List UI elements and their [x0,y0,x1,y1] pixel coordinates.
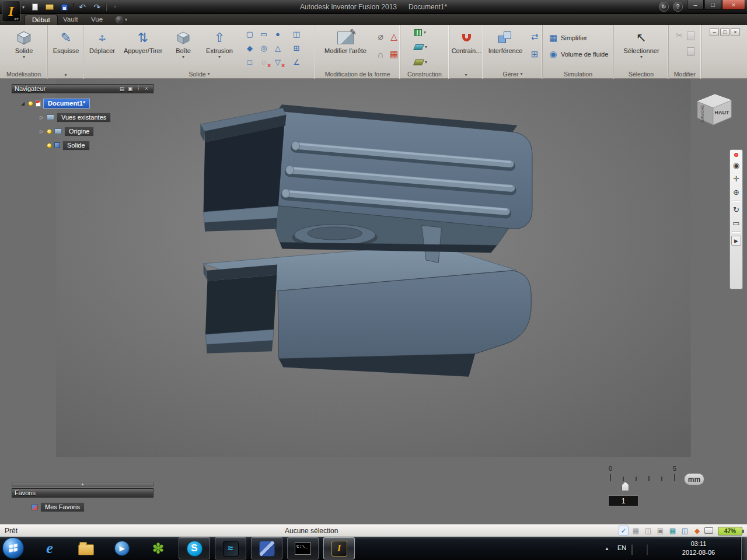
group-label-gerer[interactable]: Gérer▾ [483,71,542,78]
esquisse-button[interactable]: ✎ Esquisse [49,27,83,55]
visibility-bulb-icon[interactable] [47,129,52,134]
view-mode-icon[interactable]: ◫ [680,526,690,536]
clock[interactable]: 03:11 2012-08-06 [673,540,724,557]
primitive-wedge-button[interactable]: △ [271,41,285,55]
communication-center-button[interactable]: ↻ [659,2,669,12]
workplane-icon[interactable] [413,44,424,50]
tab-vue[interactable]: Vue [84,15,110,25]
snap-toggle-icon[interactable]: ◫ [643,526,653,536]
taskbar-inventor-active[interactable]: I [323,537,355,559]
arc-tool-button[interactable]: ∩ [375,48,386,60]
contraindre-button[interactable]: Contrain... [450,27,483,55]
start-button[interactable] [2,537,24,559]
volume-fluide-button[interactable]: ◉ Volume de fluide [547,48,608,60]
close-icon[interactable]: × [142,85,151,93]
tree-item-document[interactable]: ◢ Document1* [20,98,90,108]
expander-open-icon[interactable]: ◢ [20,101,26,106]
primitive-box-button[interactable]: ▢ [243,27,257,41]
taskbar-blue-app[interactable] [251,537,282,559]
orbit-button[interactable]: ↻ [731,205,741,215]
help-button[interactable]: ? [673,2,683,12]
ribbon-options-button[interactable]: ▾ [116,16,127,23]
primitive-plate-button[interactable]: □ [243,55,257,69]
group-label-selection[interactable]: Sélection [614,71,668,78]
application-menu-button[interactable]: I FT [2,1,20,22]
doc-minimize-button[interactable]: – [710,28,719,36]
tab-debut[interactable]: Début [25,15,58,25]
mes-favoris-item[interactable]: Mes Favoris [32,502,85,512]
pattern-tool-button[interactable]: ⊞ [289,41,303,55]
maximize-button[interactable]: □ [704,0,721,10]
keyboard-icon[interactable] [631,545,633,555]
appuyer-tirer-button[interactable]: ⇅ Appuyer/Tirer [120,27,166,55]
panels-icon[interactable]: ▣ [126,85,134,93]
minimize-button[interactable]: – [687,0,704,10]
measure-tool-button[interactable]: ∠ [289,55,303,69]
app-menu-chevron-icon[interactable]: ▾ [22,5,25,10]
tree-item-solide[interactable]: Solide [47,140,90,150]
show-desktop-button[interactable] [741,537,747,560]
taskbar-cmd[interactable]: C:\_ [287,537,319,559]
workpoint-icon[interactable] [413,60,424,65]
network-icon[interactable] [647,545,648,555]
group-flyout-contraindre[interactable]: ▾ [449,73,483,78]
chevron-down-icon[interactable]: ▾ [424,30,426,35]
group-label-simulation[interactable]: Simulation [543,71,613,78]
grid-toggle-icon[interactable]: ▦ [631,526,641,536]
primitive-cylinder-button[interactable]: ▭ [257,27,271,41]
taskbar-media-player[interactable]: ▶ [106,537,138,559]
record-icon[interactable] [731,152,741,157]
draft-tool-button[interactable]: △ [388,31,400,43]
doc-restore-button[interactable]: □ [720,28,729,36]
group-label-modelisation[interactable]: Modélisation [0,71,47,78]
taskbar-media-app[interactable]: ≈ [215,537,246,559]
taskbar-explorer[interactable] [70,537,102,559]
primitive-cone-button[interactable]: ◆ [243,41,257,55]
lock-toggle-icon[interactable]: ▣ [655,526,665,536]
interference-button[interactable]: Interférence [484,27,526,55]
pan-button[interactable]: ✛ [731,174,741,184]
simplifier-button[interactable]: ▦ Simplifier [547,32,587,44]
delete-face-button[interactable]: ◌× [257,55,271,69]
chevron-down-icon[interactable]: ▾ [425,45,427,50]
taskbar-ie[interactable]: e [34,537,65,559]
info-icon[interactable]: i [134,85,142,93]
zoom-button[interactable]: ⊕ [731,187,741,197]
scale-slider-handle[interactable] [622,482,629,491]
visibility-bulb-icon[interactable] [47,143,52,148]
favoris-header[interactable]: Favoris [12,488,153,498]
list-view-icon[interactable]: ▤ [118,85,126,93]
language-indicator[interactable]: EN [617,544,626,551]
tree-label-solide[interactable]: Solide [62,141,90,150]
panel-splitter[interactable]: ▲ [12,482,153,487]
material-icon[interactable]: ◆ [692,526,702,536]
save-button[interactable] [58,2,70,12]
delete-body-button[interactable]: ▽× [271,55,285,69]
navigator-header[interactable]: Navigateur ▤ ▣ i × [12,84,153,93]
tree-label-vues[interactable]: Vues existantes [57,113,111,123]
view-cube[interactable]: HAUT GAUCHE [692,89,735,129]
tray-expand-icon[interactable]: ▲ [605,546,609,551]
primitive-sphere-button[interactable]: ● [271,27,285,41]
tree-item-vues[interactable]: ▷ Vues existantes [39,112,111,123]
qat-options-button[interactable]: ▾ [109,2,121,12]
cut-button[interactable]: ✂ [673,30,685,41]
primitive-torus-button[interactable]: ◎ [257,41,271,55]
solide-button[interactable]: Solide ▾ [6,27,42,60]
tab-vault[interactable]: Vault [56,15,85,25]
extrusion-button[interactable]: ⇧ Extrusion ▾ [201,27,238,60]
tree-label-document[interactable]: Document1* [43,99,90,108]
face-replace-button[interactable]: ▦ [388,48,400,60]
deplacer-button[interactable]: ↔↕ Déplacer [85,27,119,55]
taskbar-green-app[interactable]: ✽ [142,537,174,559]
expander-closed-icon[interactable]: ▷ [39,129,44,134]
group-label-modification[interactable]: Modification de la forme [315,71,400,78]
paste-button[interactable] [687,32,694,40]
redo-button[interactable]: ↷ [91,2,103,12]
swap-tool-button[interactable]: ⇄ [529,31,540,43]
group-label-solide[interactable]: Solide▾ [84,71,315,78]
navigation-wheel-button[interactable]: ◉ [731,160,741,170]
walkthrough-button[interactable]: ▶ [731,236,741,246]
group-label-modifier[interactable]: Modifier [669,71,701,78]
diameter-tool-button[interactable]: ⌀ [375,31,386,43]
